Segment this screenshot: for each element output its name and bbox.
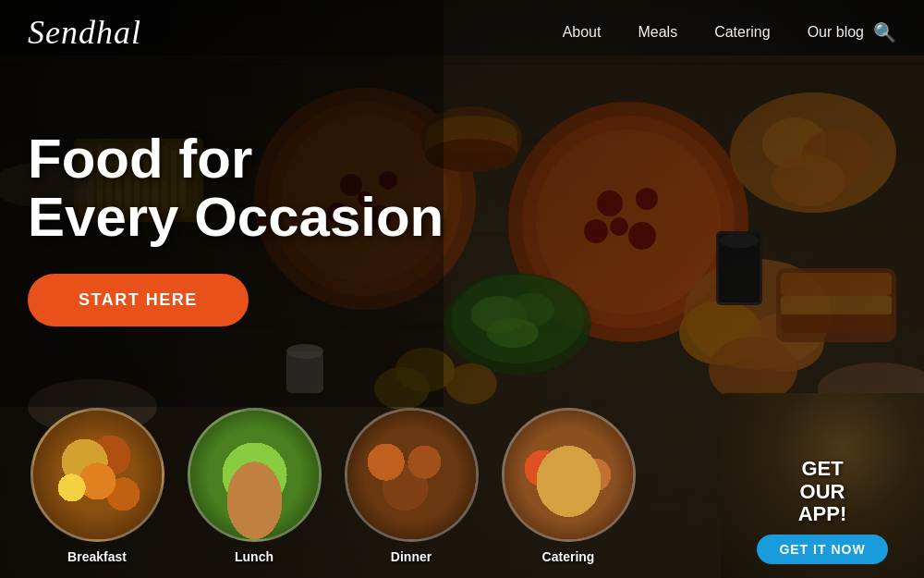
start-here-button[interactable]: START HERE — [28, 274, 249, 326]
lunch-circle — [188, 408, 322, 542]
catering-label: Catering — [542, 549, 595, 564]
hero-title-line2: Every Occasion — [28, 186, 444, 248]
dinner-circle — [345, 408, 479, 542]
app-promo-title: GET OUR APP! — [735, 458, 910, 525]
app-card-content: GET OUR APP! GET IT NOW — [735, 458, 910, 564]
brand-logo[interactable]: Sendhal — [28, 13, 141, 52]
nav-link-meals[interactable]: Meals — [638, 24, 677, 40]
nav-link-blog[interactable]: Our blog — [808, 24, 864, 40]
category-breakfast[interactable]: Breakfast — [30, 408, 164, 569]
hero-title: Food for Every Occasion — [28, 129, 444, 246]
main-nav: Sendhal About Meals Catering Our blog 🔍 — [0, 0, 924, 65]
nav-links: About Meals Catering Our blog — [563, 24, 864, 41]
breakfast-label: Breakfast — [67, 549, 127, 564]
catering-circle — [502, 408, 636, 542]
hero-title-line1: Food for — [28, 128, 252, 190]
get-app-button[interactable]: GET IT NOW — [757, 535, 887, 564]
hero-section: Sendhal About Meals Catering Our blog 🔍 … — [0, 0, 924, 578]
hero-content: Food for Every Occasion START HERE — [28, 129, 444, 326]
nav-item-meals[interactable]: Meals — [638, 24, 677, 41]
category-lunch[interactable]: Lunch — [188, 408, 322, 569]
category-catering[interactable]: Catering — [502, 408, 636, 569]
nav-item-about[interactable]: About — [563, 24, 602, 41]
lunch-label: Lunch — [235, 549, 274, 564]
category-dinner[interactable]: Dinner — [345, 408, 479, 569]
dinner-label: Dinner — [391, 549, 432, 564]
nav-link-catering[interactable]: Catering — [714, 24, 770, 40]
nav-item-catering[interactable]: Catering — [714, 24, 770, 41]
breakfast-circle — [30, 408, 164, 542]
nav-link-about[interactable]: About — [563, 24, 602, 40]
nav-item-blog[interactable]: Our blog — [808, 24, 864, 41]
categories-row: Breakfast Lunch Dinner Catering — [0, 408, 665, 578]
search-icon[interactable]: 🔍 — [873, 21, 896, 43]
app-promo-card: GET OUR APP! GET IT NOW — [721, 393, 924, 578]
